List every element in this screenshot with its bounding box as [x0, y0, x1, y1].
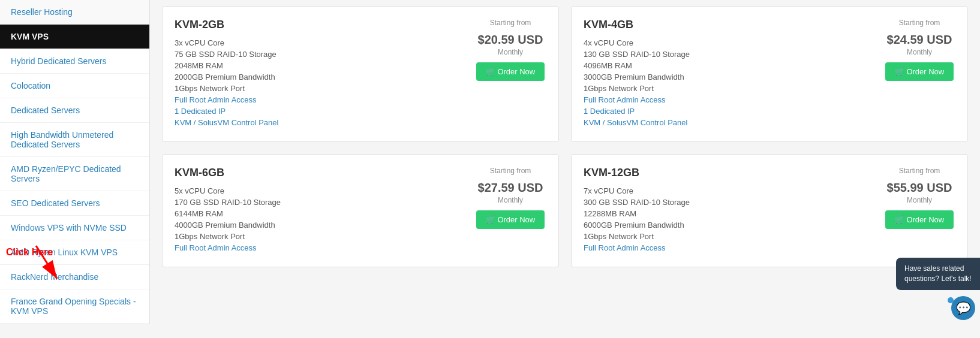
spec: KVM / SolusVM Control Panel	[584, 118, 690, 127]
monthly-label: Monthly	[498, 48, 523, 56]
spec: 4096MB RAM	[584, 61, 690, 70]
monthly-label: Monthly	[498, 196, 523, 204]
spec: 1 Dedicated IP	[175, 107, 278, 116]
spec: 1Gbps Network Port	[175, 84, 278, 93]
spec: 300 GB SSD RAID-10 Storage	[584, 198, 690, 207]
order-button-kvm-2gb[interactable]: 🛒 Order Now	[476, 62, 545, 81]
product-info-kvm-4gb: KVM-4GB4x vCPU Core130 GB SSD RAID-10 St…	[584, 19, 690, 129]
click-arrow	[24, 240, 72, 288]
sidebar-item-colocation[interactable]: Colocation	[0, 74, 149, 98]
product-title-kvm-6gb: KVM-6GB	[175, 167, 281, 179]
starting-from: Starting from	[899, 167, 940, 175]
spec: 4x vCPU Core	[584, 38, 690, 47]
product-card-kvm-4gb: KVM-4GB4x vCPU Core130 GB SSD RAID-10 St…	[571, 6, 968, 142]
sidebar-item-amd-ryzen-epyc[interactable]: AMD Ryzen/EPYC Dedicated Servers	[0, 157, 149, 191]
chat-icon[interactable]: 💬	[951, 296, 975, 320]
product-info-kvm-6gb: KVM-6GB5x vCPU Core170 GB SSD RAID-10 St…	[175, 167, 281, 255]
price: $20.59 USD	[478, 33, 543, 47]
product-pricing-kvm-12gb: Starting from$55.99 USDMonthly🛒 Order No…	[883, 167, 955, 229]
spec: 2000GB Premium Bandwidth	[175, 73, 278, 82]
spec: KVM / SolusVM Control Panel	[175, 118, 278, 127]
sidebar-item-kvm-vps[interactable]: KVM VPS	[0, 25, 149, 49]
sidebar-item-high-bandwidth-unmetered[interactable]: High Bandwidth Unmetered Dedicated Serve…	[0, 123, 149, 157]
sidebar-item-seo-dedicated-servers[interactable]: SEO Dedicated Servers	[0, 191, 149, 216]
monthly-label: Monthly	[907, 48, 932, 56]
spec: 170 GB SSD RAID-10 Storage	[175, 198, 281, 207]
spec: 3x vCPU Core	[175, 38, 278, 47]
spec: Full Root Admin Access	[175, 95, 278, 104]
spec: 75 GB SSD RAID-10 Storage	[175, 50, 278, 59]
sidebar-item-windows-vps-nvme[interactable]: Windows VPS with NVMe SSD	[0, 216, 149, 240]
spec: 2048MB RAM	[175, 61, 278, 70]
spec: 7x vCPU Core	[584, 186, 690, 195]
starting-from: Starting from	[490, 19, 531, 27]
spec: Full Root Admin Access	[584, 95, 690, 104]
main-content: KVM-2GB3x vCPU Core75 GB SSD RAID-10 Sto…	[150, 0, 980, 324]
product-card-kvm-6gb: KVM-6GB5x vCPU Core170 GB SSD RAID-10 St…	[162, 154, 559, 267]
product-title-kvm-12gb: KVM-12GB	[584, 167, 690, 179]
chat-bubble: Have sales related questions? Let's talk…	[896, 258, 980, 290]
spec: 5x vCPU Core	[175, 186, 281, 195]
product-title-kvm-4gb: KVM-4GB	[584, 19, 690, 31]
spec: 130 GB SSD RAID-10 Storage	[584, 50, 690, 59]
spec: 4000GB Premium Bandwidth	[175, 221, 281, 230]
product-card-kvm-2gb: KVM-2GB3x vCPU Core75 GB SSD RAID-10 Sto…	[162, 6, 559, 142]
product-grid: KVM-2GB3x vCPU Core75 GB SSD RAID-10 Sto…	[162, 6, 968, 267]
product-info-kvm-2gb: KVM-2GB3x vCPU Core75 GB SSD RAID-10 Sto…	[175, 19, 278, 129]
price: $55.99 USD	[887, 181, 952, 195]
svg-line-1	[36, 246, 57, 279]
product-title-kvm-2gb: KVM-2GB	[175, 19, 278, 31]
spec: 1Gbps Network Port	[175, 232, 281, 241]
order-button-kvm-12gb[interactable]: 🛒 Order Now	[885, 210, 954, 229]
product-pricing-kvm-4gb: Starting from$24.59 USDMonthly🛒 Order No…	[883, 19, 955, 81]
spec: Full Root Admin Access	[175, 243, 281, 252]
spec: 1Gbps Network Port	[584, 232, 690, 241]
sidebar-item-dedicated-servers[interactable]: Dedicated Servers	[0, 98, 149, 123]
product-info-kvm-12gb: KVM-12GB7x vCPU Core300 GB SSD RAID-10 S…	[584, 167, 690, 255]
product-pricing-kvm-6gb: Starting from$27.59 USDMonthly🛒 Order No…	[474, 167, 546, 229]
starting-from: Starting from	[490, 167, 531, 175]
price: $27.59 USD	[478, 181, 543, 195]
sidebar-item-reseller-hosting[interactable]: Reseller Hosting	[0, 0, 149, 25]
sidebar: Reseller HostingKVM VPSHybrid Dedicated …	[0, 0, 150, 324]
spec: Full Root Admin Access	[584, 243, 690, 252]
monthly-label: Monthly	[907, 196, 932, 204]
sidebar-item-racknerd-merchandise[interactable]: RackNerd Merchandise	[0, 265, 149, 289]
spec: 1Gbps Network Port	[584, 84, 690, 93]
spec: 6144MB RAM	[175, 209, 281, 218]
sidebar-item-hybrid-dedicated-servers[interactable]: Hybrid Dedicated Servers	[0, 49, 149, 74]
spec: 3000GB Premium Bandwidth	[584, 73, 690, 82]
product-pricing-kvm-2gb: Starting from$20.59 USDMonthly🛒 Order No…	[474, 19, 546, 81]
starting-from: Starting from	[899, 19, 940, 27]
sidebar-item-france-grand-opening[interactable]: France Grand Opening Specials - KVM VPS	[0, 289, 149, 324]
order-button-kvm-4gb[interactable]: 🛒 Order Now	[885, 62, 954, 81]
product-card-kvm-12gb: KVM-12GB7x vCPU Core300 GB SSD RAID-10 S…	[571, 154, 968, 267]
price: $24.59 USD	[887, 33, 952, 47]
order-button-kvm-6gb[interactable]: 🛒 Order Now	[476, 210, 545, 229]
spec: 6000GB Premium Bandwidth	[584, 221, 690, 230]
spec: 1 Dedicated IP	[584, 107, 690, 116]
spec: 12288MB RAM	[584, 209, 690, 218]
